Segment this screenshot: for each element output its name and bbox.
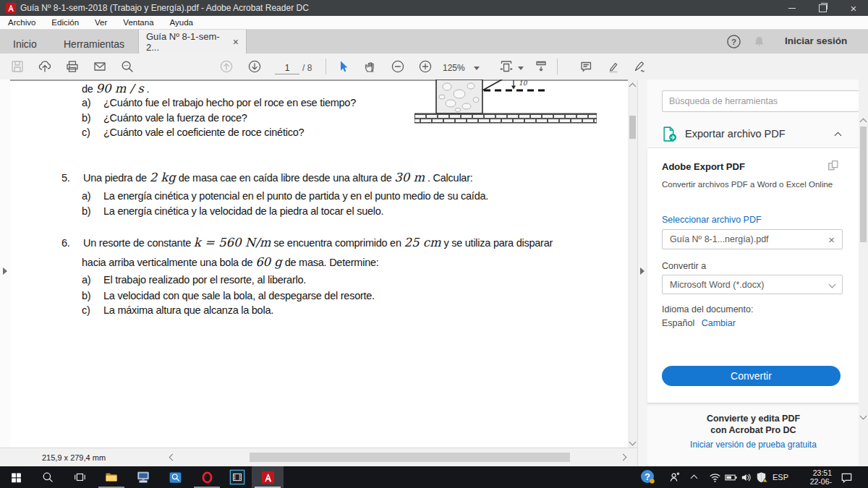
menu-ver[interactable]: Ver bbox=[87, 18, 115, 27]
search-document-icon[interactable] bbox=[120, 59, 135, 74]
tools-search-input[interactable] bbox=[662, 90, 864, 112]
tray-help-button[interactable]: ? bbox=[639, 468, 657, 488]
taskbar-search-icon bbox=[41, 471, 54, 484]
collapse-panel-icon[interactable] bbox=[835, 132, 842, 140]
tab-inicio[interactable]: Inicio bbox=[6, 35, 44, 53]
bell-icon[interactable] bbox=[752, 35, 766, 48]
save-icon[interactable] bbox=[10, 59, 25, 74]
fill-sign-icon[interactable] bbox=[632, 59, 647, 74]
acrobat-app-icon bbox=[5, 2, 17, 14]
tray-people-button[interactable] bbox=[668, 471, 681, 487]
fit-page-dropdown-icon[interactable] bbox=[518, 67, 524, 70]
file-explorer-icon bbox=[104, 470, 119, 484]
document-language-row: Español Cambiar bbox=[662, 318, 736, 328]
zoom-dropdown-icon[interactable] bbox=[474, 67, 480, 70]
tray-defender-button[interactable] bbox=[754, 471, 768, 487]
fit-page-icon[interactable] bbox=[499, 59, 514, 74]
highlighter-icon[interactable] bbox=[606, 59, 621, 74]
tray-wifi-button[interactable] bbox=[708, 471, 722, 487]
restore-icon bbox=[819, 4, 827, 12]
page-total-label: / 8 bbox=[302, 63, 312, 73]
tray-battery-button[interactable] bbox=[724, 471, 738, 487]
taskbar: ? ESP 23:51 bbox=[0, 466, 868, 488]
friction-block-figure: 10 bbox=[414, 80, 597, 124]
zoom-out-icon[interactable] bbox=[391, 59, 405, 74]
help-icon[interactable]: ? bbox=[726, 34, 741, 49]
keyboard-language[interactable]: ESP bbox=[773, 473, 788, 481]
tray-volume-button[interactable] bbox=[740, 471, 754, 487]
taskbar-search-button[interactable] bbox=[32, 466, 64, 488]
cloud-upload-icon[interactable] bbox=[38, 59, 52, 74]
sign-in-button[interactable]: Iniciar sesión bbox=[785, 35, 847, 46]
start-button[interactable] bbox=[0, 466, 32, 488]
menu-ayuda[interactable]: Ayuda bbox=[162, 18, 201, 27]
email-icon[interactable] bbox=[93, 59, 107, 74]
menu-ventana[interactable]: Ventana bbox=[115, 18, 161, 27]
export-pdf-panel-header[interactable]: Exportar archivo PDF bbox=[647, 121, 859, 147]
file-explorer-button[interactable] bbox=[95, 466, 127, 488]
figure-angle-label: 10 bbox=[519, 80, 528, 87]
tab-document[interactable]: Guía Nº 8-1-sem-2... × bbox=[138, 30, 247, 53]
convert-button[interactable]: Convertir bbox=[662, 366, 841, 386]
task-view-button[interactable] bbox=[64, 466, 95, 488]
action-center-button[interactable] bbox=[840, 471, 854, 487]
tools-panel-expand-icon[interactable] bbox=[640, 267, 644, 275]
free-trial-link[interactable]: Iniciar versión de prueba gratuita bbox=[647, 440, 859, 450]
doc-item-4a: a)¿Cuánto fue el trabajo hecho por el ro… bbox=[82, 97, 356, 108]
tab-herramientas[interactable]: Herramientas bbox=[56, 35, 132, 53]
scroll-left-icon[interactable] bbox=[169, 454, 176, 461]
format-select[interactable]: Microsoft Word (*.docx) bbox=[662, 275, 843, 294]
horizontal-scrollbar-thumb[interactable] bbox=[250, 453, 570, 462]
document-scrollbar-thumb[interactable] bbox=[629, 116, 636, 139]
windows-logo-icon bbox=[10, 471, 22, 484]
comment-icon[interactable] bbox=[579, 59, 593, 74]
nav-panel-expand-icon[interactable] bbox=[3, 267, 7, 275]
menu-edicion[interactable]: Edición bbox=[43, 18, 87, 27]
menu-archivo[interactable]: Archivo bbox=[0, 18, 43, 27]
remote-desktop-button[interactable] bbox=[127, 466, 159, 488]
minimize-button[interactable] bbox=[778, 0, 807, 16]
select-tool-icon[interactable] bbox=[336, 59, 350, 74]
hand-tool-icon[interactable] bbox=[363, 59, 378, 74]
magnifier-app-button[interactable] bbox=[159, 466, 191, 488]
wifi-icon bbox=[708, 471, 722, 484]
doc-item-4c: c)¿Cuánto vale el coeficiente de roce ci… bbox=[82, 127, 304, 138]
zoom-in-icon[interactable] bbox=[418, 59, 433, 74]
toolbar-divider bbox=[326, 59, 326, 74]
sidebar-scrollbar-thumb[interactable] bbox=[860, 127, 867, 242]
clock-date: 22-06-2019 bbox=[796, 477, 832, 488]
zoom-level-value[interactable]: 125% bbox=[443, 63, 465, 73]
fit-width-icon[interactable] bbox=[534, 59, 548, 74]
people-icon bbox=[668, 471, 681, 484]
help-glyph: ? bbox=[731, 38, 736, 46]
speaker-icon bbox=[740, 471, 754, 484]
convert-to-label: Convertir a bbox=[662, 261, 706, 271]
next-page-icon[interactable] bbox=[247, 59, 262, 74]
change-language-link[interactable]: Cambiar bbox=[702, 318, 736, 328]
doc-problem-6-line1: 6.Un resorte de constante k = 560 N/m se… bbox=[61, 236, 553, 249]
acrobat-taskbar-button[interactable] bbox=[252, 466, 284, 488]
tab-close-icon[interactable]: × bbox=[233, 36, 239, 48]
clock[interactable]: 23:51 22-06-2019 bbox=[796, 468, 832, 488]
tray-help-icon: ? bbox=[639, 468, 657, 486]
tray-expand-icon[interactable] bbox=[691, 475, 698, 482]
format-dropdown-icon bbox=[829, 281, 836, 288]
close-icon: × bbox=[851, 2, 857, 14]
convert-pages-icon bbox=[827, 159, 840, 172]
selected-file-name: Guía Nº 8-1...nergía).pdf bbox=[670, 234, 769, 244]
export-pdf-panel-body: Adobe Export PDF Convertir archivos PDF … bbox=[647, 147, 859, 403]
previous-page-icon[interactable] bbox=[219, 59, 234, 74]
scroll-right-icon[interactable] bbox=[620, 454, 627, 461]
select-pdf-link[interactable]: Seleccionar archivo PDF bbox=[662, 215, 762, 225]
movies-tv-button[interactable] bbox=[223, 466, 252, 488]
print-icon[interactable] bbox=[65, 59, 80, 74]
page-number-input[interactable] bbox=[275, 61, 299, 74]
close-button[interactable]: × bbox=[839, 0, 868, 16]
doc-item-4b: b)¿Cuánto vale la fuerza de roce? bbox=[82, 112, 247, 124]
doc-item-6b: b)La velocidad con que sale la bola, al … bbox=[82, 290, 375, 301]
restore-button[interactable] bbox=[808, 0, 837, 16]
remove-file-icon[interactable]: × bbox=[828, 234, 835, 246]
opera-button[interactable] bbox=[191, 466, 223, 488]
minimize-icon bbox=[788, 8, 796, 9]
doc-item-5b: b)La energía cinética y la velocidad de … bbox=[82, 205, 383, 217]
